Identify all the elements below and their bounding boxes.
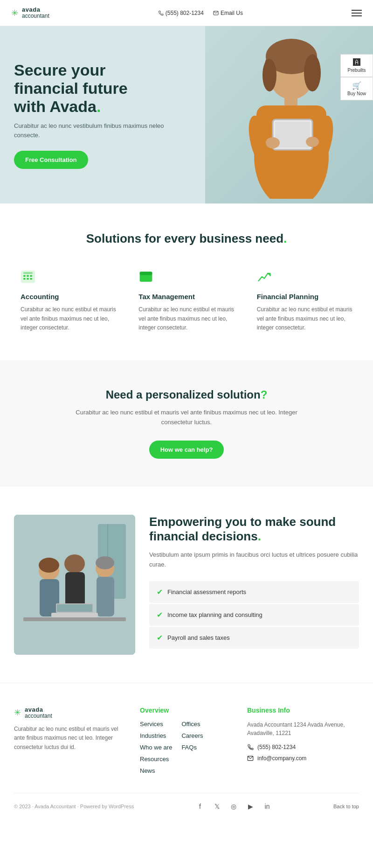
check-icon-2: ✔ (157, 610, 163, 619)
nav-faqs[interactable]: FAQs (181, 744, 203, 751)
hero-image (205, 26, 373, 203)
footer-phone: (555) 802-1234 (257, 744, 296, 750)
svg-rect-24 (140, 272, 152, 275)
personalized-desc: Curabitur ac leo nunc estibul et mauris … (70, 408, 303, 427)
financial-title: Financial Planning (257, 293, 352, 301)
header-contact: (555) 802-1234 Email Us (158, 10, 243, 16)
svg-rect-37 (57, 604, 92, 612)
logo: ✳ avada accountant (11, 7, 49, 19)
footer-phone-icon (247, 744, 254, 750)
footer-top: ✳ avada accountant Curabitur ac leo nunc… (14, 707, 359, 774)
hero-section: 🅰 Prebuilts 🛒 Buy Now Secure your financ… (0, 26, 373, 203)
footer-brand: ✳ avada accountant Curabitur ac leo nunc… (14, 707, 126, 774)
footer-nav-col1: Services Industries Who we are Resources… (140, 721, 172, 774)
footer-email: info@company.com (257, 755, 306, 762)
check-icon-3: ✔ (157, 633, 163, 642)
back-to-top-link[interactable]: Back to top (333, 804, 359, 809)
empowering-heading: Empowering you to make sound financial d… (149, 515, 359, 544)
solutions-cards: Accounting Curabitur ac leo nunc estibul… (14, 265, 359, 337)
footer-logo: ✳ avada accountant (14, 707, 126, 719)
check-icon-1: ✔ (157, 588, 163, 596)
footer-logo-star: ✳ (14, 707, 21, 718)
phone-icon (158, 10, 164, 16)
footer-nav-heading: Overview (140, 707, 233, 714)
email-link[interactable]: Email Us (213, 10, 243, 16)
personalized-heading: Need a personalized solution? (14, 388, 359, 401)
accounting-title: Accounting (21, 293, 116, 301)
nav-offices[interactable]: Offices (181, 721, 203, 728)
footer-business-info: Business Info Avada Accountant 1234 Avad… (247, 707, 359, 774)
footer-nav: Overview Services Industries Who we are … (140, 707, 233, 774)
svg-point-4 (304, 54, 321, 91)
empowering-content: Empowering you to make sound financial d… (149, 515, 359, 650)
empowering-desc: Vestibulum ante ipsum primis in faucibus… (149, 550, 359, 570)
nav-services[interactable]: Services (140, 721, 172, 728)
svg-point-39 (96, 556, 114, 569)
nav-who-we-are[interactable]: Who we are (140, 744, 172, 751)
linkedin-icon[interactable]: in (262, 801, 273, 812)
nav-news[interactable]: News (140, 767, 172, 774)
svg-rect-21 (30, 278, 32, 280)
footer-biz-address: Avada Accountant 1234 Avada Avenue, Avad… (247, 721, 359, 737)
hero-subtitle: Curabitur ac leo nunc vestibulum finibus… (14, 121, 173, 140)
instagram-icon[interactable]: ◎ (228, 801, 239, 812)
social-icons: f 𝕏 ◎ ▶ in (194, 801, 273, 812)
svg-rect-28 (23, 617, 126, 621)
svg-point-31 (64, 554, 85, 573)
svg-point-38 (39, 558, 59, 573)
svg-point-5 (262, 59, 276, 91)
free-consultation-button[interactable]: Free Consultation (14, 151, 88, 169)
tax-title: Tax Management (138, 293, 234, 301)
tax-card: Tax Management Curabitur ac leo nunc est… (132, 265, 241, 337)
people-illustration (14, 515, 135, 655)
footer-phone-row: (555) 802-1234 (247, 744, 359, 750)
prebuilt-icon: 🅰 (345, 58, 368, 67)
twitter-icon[interactable]: 𝕏 (211, 801, 222, 812)
checklist-item-3: ✔ Payroll and sales taxes (149, 627, 359, 649)
svg-rect-22 (23, 273, 33, 274)
footer-email-row: info@company.com (247, 755, 359, 762)
youtube-icon[interactable]: ▶ (245, 801, 256, 812)
hamburger-menu[interactable] (352, 10, 362, 16)
facebook-icon[interactable]: f (194, 801, 206, 812)
svg-point-13 (266, 137, 280, 148)
logo-brand: avada (22, 7, 49, 13)
svg-rect-35 (51, 613, 98, 617)
logo-star-icon: ✳ (11, 8, 18, 18)
hero-title: Secure your financial future with Avada. (14, 61, 173, 116)
logo-text: avada accountant (22, 7, 49, 19)
svg-rect-17 (27, 275, 28, 277)
svg-rect-19 (23, 278, 25, 280)
how-we-help-button[interactable]: How we can help? (149, 441, 224, 459)
hero-illustration (219, 31, 359, 199)
footer-logo-brand: avada (25, 707, 52, 713)
buy-now-button[interactable]: 🛒 Buy Now (340, 77, 373, 100)
solutions-section: Solutions for every business need. Accou… (0, 203, 373, 360)
svg-rect-16 (23, 275, 25, 277)
logo-sub: accountant (22, 13, 49, 19)
svg-rect-12 (275, 122, 310, 147)
personalized-section: Need a personalized solution? Curabitur … (0, 360, 373, 487)
prebuilt-button[interactable]: 🅰 Prebuilts (340, 54, 373, 77)
footer-nav-grid: Services Industries Who we are Resources… (140, 721, 233, 774)
footer-brand-text: Curabitur ac leo nunc estibul et mauris … (14, 725, 126, 752)
nav-industries[interactable]: Industries (140, 732, 172, 739)
phone-contact: (555) 802-1234 (158, 10, 204, 16)
accounting-desc: Curabitur ac leo nunc estibul et mauris … (21, 305, 116, 332)
nav-resources[interactable]: Resources (140, 756, 172, 763)
financial-desc: Curabitur ac leo nunc estibul et mauris … (257, 305, 352, 332)
empowering-image (14, 515, 135, 655)
footer-logo-text: avada accountant (25, 707, 52, 719)
accounting-icon (21, 269, 116, 286)
footer-logo-sub: accountant (25, 713, 52, 719)
solutions-heading: Solutions for every business need. (14, 231, 359, 246)
cart-icon: 🛒 (345, 81, 368, 90)
tax-icon (138, 269, 234, 286)
hero-content: Secure your financial future with Avada.… (14, 61, 173, 169)
financial-card: Financial Planning Curabitur ac leo nunc… (250, 265, 359, 337)
checklist-item-1: ✔ Financial assessment reports (149, 581, 359, 603)
svg-rect-34 (97, 577, 114, 616)
nav-careers[interactable]: Careers (181, 732, 203, 739)
footer-biz-heading: Business Info (247, 707, 359, 714)
svg-point-14 (306, 137, 319, 147)
